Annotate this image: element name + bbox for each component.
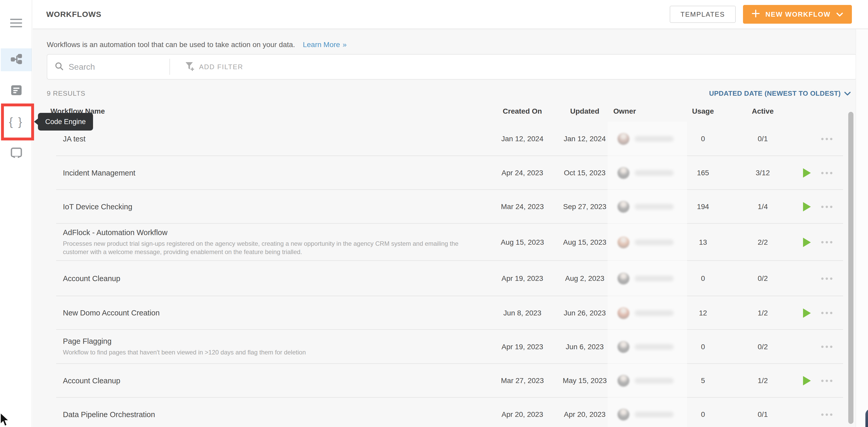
workflow-name[interactable]: JA test: [63, 135, 86, 143]
privacy-blur-band: [608, 364, 687, 398]
run-workflow-button[interactable]: [803, 238, 811, 247]
workflow-list: Workflow NameCreated OnUpdatedOwnerUsage…: [47, 101, 857, 427]
workflow-name[interactable]: New Domo Account Creation: [63, 309, 160, 317]
table-row[interactable]: Incident ManagementApr 24, 2023Oct 15, 2…: [47, 156, 857, 190]
search-input[interactable]: [69, 62, 162, 72]
table-row[interactable]: Page FlaggingWorkflow to find pages that…: [47, 330, 857, 364]
column-header-created-on[interactable]: Created On: [489, 101, 556, 122]
table-row[interactable]: AdFlock - Automation WorkflowProcesses n…: [47, 224, 857, 261]
tooltip-label: Code Engine: [45, 118, 86, 126]
play-spacer: [803, 410, 811, 419]
sidebar-item-documents[interactable]: [1, 79, 32, 102]
column-header-owner[interactable]: Owner: [613, 101, 676, 122]
table-row[interactable]: Account CleanupMar 27, 2023May 15, 20235…: [47, 364, 857, 398]
updated-cell: Jun 26, 2023: [556, 296, 613, 330]
updated-cell: May 15, 2023: [556, 364, 613, 398]
filter-funnel-icon: [185, 61, 195, 73]
workflow-name-cell: Account Cleanup: [47, 261, 489, 296]
privacy-blur-band: [608, 224, 687, 261]
row-menu-button[interactable]: [820, 138, 833, 140]
active-cell: 1/2: [730, 296, 795, 330]
active-cell: 3/12: [730, 156, 795, 190]
double-chevron-icon: »: [343, 40, 347, 49]
add-filter-button[interactable]: ADD FILTER: [185, 61, 243, 73]
privacy-blur-band: [608, 296, 687, 330]
workflow-name-cell: Account Cleanup: [47, 364, 489, 398]
workflow-description: Processes new product trial sign-ups reg…: [63, 239, 461, 256]
created-on-cell: Apr 19, 2023: [489, 261, 556, 296]
sort-label: UPDATED DATE (NEWEST TO OLDEST): [709, 89, 841, 97]
column-header-workflow-name[interactable]: Workflow Name: [47, 101, 489, 122]
active-cell: 0/1: [730, 398, 795, 427]
sidebar-item-inbox[interactable]: [1, 142, 32, 165]
row-menu-button[interactable]: [820, 312, 833, 314]
column-header-usage[interactable]: Usage: [676, 101, 730, 122]
new-workflow-button[interactable]: NEW WORKFLOW: [743, 5, 852, 24]
active-cell: 0/2: [730, 330, 795, 364]
row-menu-button[interactable]: [820, 346, 833, 348]
intro-text: Workflows is an automation tool that can…: [47, 40, 295, 49]
table-row[interactable]: IoT Device CheckingMar 24, 2023Sep 27, 2…: [47, 190, 857, 224]
created-on-cell: Apr 24, 2023: [489, 156, 556, 190]
run-workflow-button[interactable]: [803, 202, 811, 211]
chevron-down-icon: [836, 10, 843, 19]
run-workflow-button[interactable]: [803, 308, 811, 318]
updated-cell: Aug 15, 2023: [556, 224, 613, 261]
run-workflow-button[interactable]: [803, 376, 811, 386]
privacy-blur-band: [608, 398, 687, 427]
code-engine-tooltip: Code Engine: [38, 113, 93, 131]
row-menu-button[interactable]: [820, 380, 833, 382]
play-spacer: [803, 274, 811, 283]
workflow-name[interactable]: Data Pipeline Orchestration: [63, 410, 155, 419]
scrollbar-track: [856, 29, 868, 427]
templates-button[interactable]: TEMPLATES: [670, 6, 736, 23]
content-area: Workflows is an automation tool that can…: [33, 29, 868, 427]
sort-dropdown[interactable]: UPDATED DATE (NEWEST TO OLDEST): [709, 89, 850, 97]
created-on-cell: Mar 24, 2023: [489, 190, 556, 224]
created-on-cell: Apr 19, 2023: [489, 330, 556, 364]
column-header-updated[interactable]: Updated: [556, 101, 613, 122]
workflow-name[interactable]: Account Cleanup: [63, 274, 120, 283]
page-title: WORKFLOWS: [46, 10, 101, 19]
created-on-cell: Aug 15, 2023: [489, 224, 556, 261]
row-menu-button[interactable]: [820, 278, 833, 280]
column-header-active[interactable]: Active: [730, 101, 795, 122]
table-row[interactable]: JA testJan 12, 2024Jan 12, 202400/1: [47, 122, 857, 156]
updated-cell: Jun 6, 2023: [556, 330, 613, 364]
created-on-cell: Jun 8, 2023: [489, 296, 556, 330]
scrollbar-thumb[interactable]: [848, 112, 854, 424]
table-row[interactable]: Data Pipeline OrchestrationApr 20, 2023A…: [47, 398, 857, 427]
created-on-cell: Apr 20, 2023: [489, 398, 556, 427]
table-row[interactable]: New Domo Account CreationJun 8, 2023Jun …: [47, 296, 857, 330]
templates-button-label: TEMPLATES: [681, 10, 725, 19]
row-menu-button[interactable]: [820, 241, 833, 244]
workflow-name[interactable]: AdFlock - Automation Workflow: [63, 228, 167, 237]
play-spacer: [803, 134, 811, 144]
top-bar: WORKFLOWS TEMPLATES NEW WORKFLOW: [33, 0, 868, 29]
table-body: JA testJan 12, 2024Jan 12, 202400/1Incid…: [47, 122, 857, 427]
row-menu-button[interactable]: [820, 414, 833, 416]
chevron-down-icon: [844, 89, 850, 97]
workflow-name-cell: Data Pipeline Orchestration: [47, 398, 489, 427]
plus-icon: [752, 10, 760, 19]
workflow-name[interactable]: IoT Device Checking: [63, 203, 132, 211]
code-engine-highlight-box: [1, 104, 34, 140]
play-spacer: [803, 342, 811, 351]
workflow-name[interactable]: Incident Management: [63, 169, 135, 177]
active-cell: 2/2: [730, 224, 795, 261]
row-menu-button[interactable]: [820, 206, 833, 208]
workflow-name[interactable]: Page Flagging: [63, 337, 112, 346]
workflow-description: Workflow to find pages that haven't been…: [63, 348, 306, 357]
updated-cell: Oct 15, 2023: [556, 156, 613, 190]
workflow-name[interactable]: Account Cleanup: [63, 376, 120, 385]
menu-toggle-button[interactable]: [10, 19, 22, 30]
table-row[interactable]: Account CleanupApr 19, 2023Aug 2, 202300…: [47, 261, 857, 296]
row-menu-button[interactable]: [820, 172, 833, 174]
privacy-blur-band: [608, 330, 687, 364]
run-workflow-button[interactable]: [803, 168, 811, 178]
learn-more-link[interactable]: Learn More »: [303, 40, 347, 49]
workflow-name-cell: IoT Device Checking: [47, 190, 489, 224]
sidebar-item-workflows[interactable]: [1, 48, 32, 71]
row-actions: [795, 330, 850, 364]
active-cell: 0/1: [730, 122, 795, 156]
